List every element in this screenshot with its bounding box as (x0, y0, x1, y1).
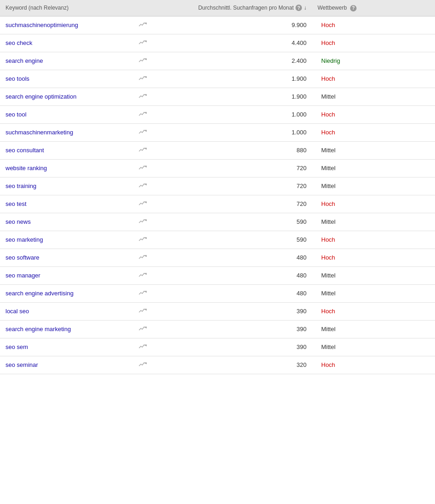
competition-value: Hoch (321, 111, 335, 118)
keyword-text[interactable]: search engine optimization (6, 93, 77, 100)
trend-chart-icon[interactable] (139, 146, 147, 154)
searches-cell: 2.400 (161, 52, 312, 70)
trend-chart-icon[interactable] (139, 236, 147, 244)
keyword-text[interactable]: seo software (6, 254, 39, 261)
keyword-text[interactable]: search engine marketing (6, 326, 71, 332)
competition-value: Mittel (321, 218, 335, 225)
chart-cell[interactable] (133, 231, 161, 249)
chart-cell[interactable] (133, 356, 161, 374)
chart-cell[interactable] (133, 284, 161, 302)
trend-chart-icon[interactable] (139, 343, 147, 351)
keyword-text[interactable]: search engine (6, 57, 43, 64)
chart-cell[interactable] (133, 266, 161, 284)
chart-cell[interactable] (133, 123, 161, 141)
chart-cell[interactable] (133, 141, 161, 159)
table-row: seo test720Hoch (0, 195, 435, 213)
table-row: seo consultant880Mittel (0, 141, 435, 159)
keyword-cell: search engine optimization (0, 88, 133, 105)
header-searches[interactable]: Durchschnittl. Suchanfragen pro Monat ? … (161, 0, 312, 16)
searches-info-icon[interactable]: ? (296, 5, 302, 11)
trend-chart-icon[interactable] (139, 200, 147, 208)
table-row: local seo390Hoch (0, 302, 435, 320)
searches-cell: 880 (161, 141, 312, 159)
competition-value: Hoch (321, 200, 335, 207)
chart-cell[interactable] (133, 105, 161, 123)
trend-chart-icon[interactable] (139, 75, 147, 83)
searches-cell: 720 (161, 195, 312, 213)
chart-cell[interactable] (133, 34, 161, 52)
chart-cell[interactable] (133, 159, 161, 177)
searches-cell: 1.000 (161, 123, 312, 141)
keyword-cell: local seo (0, 302, 133, 320)
chart-cell[interactable] (133, 16, 161, 34)
trend-chart-icon[interactable] (139, 164, 147, 172)
table-row: seo check4.400Hoch (0, 34, 435, 52)
chart-cell[interactable] (133, 52, 161, 70)
competition-cell: Hoch (312, 16, 435, 34)
keyword-text[interactable]: seo training (6, 183, 36, 189)
keyword-cell: seo check (0, 34, 133, 52)
keyword-text[interactable]: seo consultant (6, 147, 44, 154)
trend-chart-icon[interactable] (139, 182, 147, 190)
trend-chart-icon[interactable] (139, 289, 147, 297)
searches-cell: 590 (161, 231, 312, 249)
chart-cell[interactable] (133, 338, 161, 356)
table-row: search engine2.400Niedrig (0, 52, 435, 70)
keyword-text[interactable]: suchmaschinenmarketing (6, 129, 73, 136)
competition-cell: Mittel (312, 177, 435, 195)
sort-arrow-icon[interactable]: ↓ (304, 5, 307, 11)
trend-chart-icon[interactable] (139, 325, 147, 333)
keyword-text[interactable]: seo manager (6, 272, 40, 279)
table-row: suchmaschinenoptimierung9.900Hoch (0, 16, 435, 34)
trend-chart-icon[interactable] (139, 128, 147, 136)
keyword-text[interactable]: seo marketing (6, 236, 43, 243)
trend-chart-icon[interactable] (139, 39, 147, 47)
chart-cell[interactable] (133, 320, 161, 338)
keyword-text[interactable]: seo test (6, 200, 27, 207)
keyword-cell: search engine advertising (0, 284, 133, 302)
trend-chart-icon[interactable] (139, 307, 147, 315)
trend-chart-icon[interactable] (139, 218, 147, 226)
chart-cell[interactable] (133, 249, 161, 266)
keyword-cell: search engine marketing (0, 320, 133, 338)
keyword-cell: seo test (0, 195, 133, 213)
header-chart (133, 0, 161, 16)
keyword-text[interactable]: website ranking (6, 165, 47, 172)
keyword-text[interactable]: local seo (6, 308, 29, 315)
searches-cell: 480 (161, 249, 312, 266)
searches-cell: 1.000 (161, 105, 312, 123)
trend-chart-icon[interactable] (139, 111, 147, 118)
keyword-text[interactable]: seo tools (6, 75, 29, 82)
table-row: seo tool1.000Hoch (0, 105, 435, 123)
trend-chart-icon[interactable] (139, 57, 147, 65)
competition-value: Mittel (321, 183, 335, 189)
chart-cell[interactable] (133, 177, 161, 195)
keyword-text[interactable]: search engine advertising (6, 290, 73, 297)
keyword-text[interactable]: seo news (6, 218, 31, 225)
trend-chart-icon[interactable] (139, 254, 147, 261)
chart-cell[interactable] (133, 70, 161, 88)
keyword-text[interactable]: suchmaschinenoptimierung (6, 22, 78, 28)
searches-cell: 390 (161, 302, 312, 320)
competition-cell: Hoch (312, 195, 435, 213)
chart-cell[interactable] (133, 195, 161, 213)
keyword-text[interactable]: seo sem (6, 343, 28, 350)
competition-value: Hoch (321, 75, 335, 82)
keyword-text[interactable]: seo tool (6, 111, 27, 118)
trend-chart-icon[interactable] (139, 93, 147, 100)
chart-cell[interactable] (133, 302, 161, 320)
searches-cell: 480 (161, 284, 312, 302)
competition-value: Mittel (321, 290, 335, 297)
chart-cell[interactable] (133, 213, 161, 231)
table-body: suchmaschinenoptimierung9.900Hochseo che… (0, 16, 435, 374)
keyword-text[interactable]: seo check (6, 39, 33, 46)
keyword-text[interactable]: seo seminar (6, 361, 38, 368)
trend-chart-icon[interactable] (139, 21, 147, 29)
keyword-cell: seo training (0, 177, 133, 195)
table-header-row: Keyword (nach Relevanz) Durchschnittl. S… (0, 0, 435, 16)
trend-chart-icon[interactable] (139, 361, 147, 369)
competition-info-icon[interactable]: ? (350, 5, 357, 11)
competition-cell: Niedrig (312, 52, 435, 70)
chart-cell[interactable] (133, 88, 161, 105)
trend-chart-icon[interactable] (139, 271, 147, 279)
